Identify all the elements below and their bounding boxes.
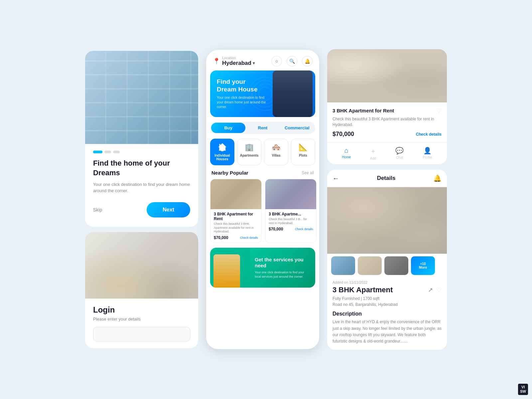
onboarding-content: Find the home of your Dreams Your one cl… (85, 144, 198, 226)
notification-icon[interactable]: 🔔 (302, 56, 313, 66)
nav-add[interactable]: ＋ Add (370, 147, 376, 160)
property-card-body-2: 3 BHK Apartme... Check this beautiful 3 … (265, 209, 316, 234)
nav-home-label: Home (342, 155, 351, 159)
thumbnail-strip: +10 More (327, 254, 447, 278)
category-plots[interactable]: 📐 Plots (291, 139, 315, 165)
onboarding-subtitle: Your one click destination to find your … (93, 181, 190, 194)
details-header-title: Details (377, 175, 396, 182)
login-subtitle: Please enter your details (93, 317, 190, 322)
details-bell-icon[interactable]: 🔔 (433, 174, 442, 182)
profile-circle-icon[interactable]: ○ (271, 56, 282, 66)
share-icon[interactable]: ↗ (428, 286, 433, 294)
nav-add-label: Add (370, 157, 376, 160)
listing-image (327, 49, 447, 102)
room-visual (85, 232, 198, 299)
house-icon: 🏠 (218, 143, 227, 152)
description-title: Description (332, 311, 442, 317)
listing-price: $70,000 (332, 131, 354, 138)
listing-card: 3 BHK Apartment for Rent ♡ Check this be… (327, 49, 447, 165)
login-card: Login Please enter your details (85, 232, 198, 348)
add-nav-icon: ＋ (370, 147, 376, 156)
home-nav-icon: ⌂ (344, 147, 348, 154)
apartment-title: 3 BHK Apartment (332, 286, 393, 294)
thumbnail-3[interactable] (384, 256, 408, 275)
category-apartments[interactable]: 🏢 Apartments (237, 139, 261, 165)
header-icons: ○ 🔍 🔔 (271, 56, 313, 66)
wishlist-heart-icon[interactable]: ♡ (436, 107, 442, 114)
property-footer-1: $70,000 Check details (214, 235, 258, 240)
nav-chat-label: Chat (396, 156, 403, 159)
property-card-2[interactable]: 3 BHK Apartme... Check this beautiful 3 … (265, 179, 317, 243)
property-card-image-1 (210, 179, 261, 209)
listing-desc: Check this beautiful 3 BHK Apartment ava… (332, 116, 442, 128)
added-date: Added on 11/11/2022 (332, 280, 442, 284)
thumbnail-1[interactable] (331, 256, 355, 275)
next-button[interactable]: Next (147, 202, 190, 217)
banner-building-image (273, 70, 313, 117)
nav-profile[interactable]: 👤 Profile (423, 147, 432, 160)
app-screen: 📍 Location Hyderabad ▾ ○ 🔍 🔔 (206, 50, 319, 349)
listing-image-inner (327, 49, 447, 102)
nav-home[interactable]: ⌂ Home (342, 147, 351, 160)
nearby-section-header: Nearby Popular See all (206, 170, 319, 179)
watermark: VI SW (518, 384, 528, 395)
see-all-button[interactable]: See all (302, 171, 314, 175)
chat-nav-icon: 💬 (395, 147, 404, 155)
listing-footer: $70,000 Check details (332, 131, 442, 138)
login-content: Login Please enter your details (85, 299, 198, 348)
email-input[interactable] (93, 327, 190, 341)
listing-title-row: 3 BHK Apartment for Rent ♡ (332, 107, 442, 114)
details-main-image-inner (327, 187, 447, 254)
property-price-2: $70,000 (269, 227, 283, 231)
progress-dots (93, 151, 190, 153)
villa-icon: 🏘️ (272, 143, 281, 152)
service-image-area (210, 248, 250, 288)
property-title-1: 3 BHK Apartment for Rent (214, 212, 258, 221)
location-pin-icon: 📍 (213, 58, 220, 65)
banner-text: Find your Dream House Your one click des… (210, 71, 273, 116)
dot-3 (113, 151, 120, 153)
details-card: ← Details 🔔 +10 More Added on 11/11/2022… (327, 170, 447, 350)
skip-button[interactable]: Skip (93, 207, 102, 212)
plot-icon: 📐 (299, 143, 308, 152)
onboarding-actions: Skip Next (93, 202, 190, 217)
tab-rent[interactable]: Rent (245, 123, 280, 133)
property-title-2: 3 BHK Apartme... (269, 212, 313, 216)
location-block: 📍 Location Hyderabad ▾ (213, 56, 255, 66)
property-cards-list: 3 BHK Apartment for Rent Check this beau… (206, 179, 319, 248)
listing-body: 3 BHK Apartment for Rent ♡ Check this be… (327, 102, 447, 143)
right-column: 3 BHK Apartment for Rent ♡ Check this be… (327, 49, 447, 350)
middle-column: 📍 Location Hyderabad ▾ ○ 🔍 🔔 (206, 50, 319, 349)
bottom-navigation: ⌂ Home ＋ Add 💬 Chat 👤 Profile (327, 142, 447, 164)
nearby-title: Nearby Popular (211, 170, 248, 176)
nav-chat[interactable]: 💬 Chat (395, 147, 404, 160)
more-photos-label: More (419, 266, 427, 269)
chevron-down-icon: ▾ (253, 61, 255, 66)
building-image (85, 51, 198, 144)
details-body: Added on 11/11/2022 3 BHK Apartment ↗ ♡ … (327, 278, 447, 350)
property-card-1[interactable]: 3 BHK Apartment for Rent Check this beau… (210, 179, 262, 243)
tab-commercial[interactable]: Commercial (280, 123, 314, 133)
property-desc-1: Check this beautiful 3 BHK Apartment ava… (214, 222, 258, 234)
onboarding-title: Find the home of your Dreams (93, 159, 190, 178)
thumbnail-2[interactable] (358, 256, 382, 275)
apartment-address: Road no 45, Banjarahills, Hyderabad (332, 302, 442, 307)
promo-banner: Find your Dream House Your one click des… (210, 70, 315, 117)
tab-buy[interactable]: Buy (211, 123, 245, 133)
more-photos-count: +10 (420, 262, 426, 266)
check-details-2[interactable]: Check details (295, 227, 313, 231)
login-title: Login (93, 305, 190, 315)
category-villas[interactable]: 🏘️ Villas (264, 139, 288, 165)
listing-check-details[interactable]: Check details (416, 132, 442, 137)
back-button[interactable]: ← (332, 175, 339, 182)
favorite-heart-icon[interactable]: ♡ (436, 286, 442, 294)
search-icon[interactable]: 🔍 (287, 56, 297, 66)
check-details-1[interactable]: Check details (240, 236, 258, 239)
apartment-actions: ↗ ♡ (428, 286, 442, 294)
nav-profile-label: Profile (423, 156, 432, 159)
property-categories: 🏠 IndividualHouses 🏢 Apartments 🏘️ Villa… (206, 139, 319, 170)
dot-1 (93, 151, 102, 153)
more-photos-button[interactable]: +10 More (411, 256, 435, 275)
description-text: Live in the heart of HYD & enjoy the con… (332, 319, 442, 344)
category-individual-houses[interactable]: 🏠 IndividualHouses (210, 139, 234, 165)
